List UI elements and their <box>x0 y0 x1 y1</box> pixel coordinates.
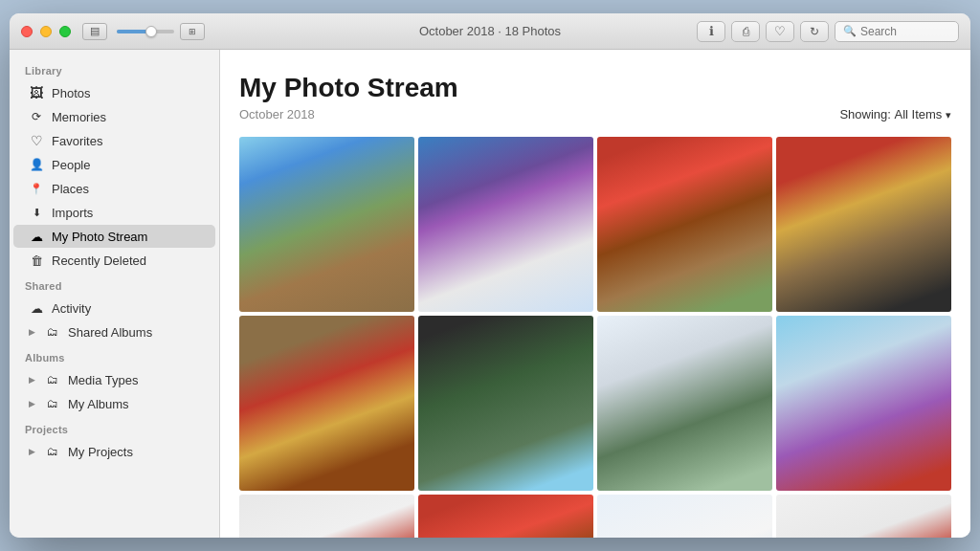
subtitle-row: October 2018 Showing: All Items ▾ <box>239 107 951 121</box>
main-layout: Library 🖼 Photos ⟳ Memories ♡ Favorites … <box>10 50 970 538</box>
window-title: October 2018 · 18 Photos <box>419 24 561 38</box>
search-box[interactable]: 🔍 <box>835 21 959 42</box>
photo-stream-icon: ☁ <box>29 229 44 244</box>
trash-icon: 🗑 <box>29 253 44 268</box>
fit-button[interactable]: ⊞ <box>180 23 205 40</box>
content-date: October 2018 <box>239 107 315 121</box>
my-projects-icon: 🗂 <box>45 444 60 459</box>
photos-icon: 🖼 <box>29 85 44 100</box>
share-icon: ⎙ <box>743 25 749 38</box>
titlebar-right-controls: ℹ ⎙ ♡ ↻ 🔍 <box>697 21 959 42</box>
photo-cell-4[interactable] <box>776 137 951 312</box>
albums-section-label: Albums <box>10 344 219 367</box>
sidebar-toggle-button[interactable]: ▤ <box>82 23 107 40</box>
my-projects-expand-icon: ▶ <box>29 447 35 456</box>
search-icon: 🔍 <box>843 25 857 37</box>
activity-label: Activity <box>52 301 91 316</box>
sidebar: Library 🖼 Photos ⟳ Memories ♡ Favorites … <box>10 50 220 538</box>
shared-albums-label: Shared Albums <box>68 325 152 340</box>
sidebar-item-activity[interactable]: ☁ Activity <box>13 297 215 320</box>
sidebar-item-media-types[interactable]: ▶ 🗂 Media Types <box>13 368 215 391</box>
memories-label: Memories <box>52 110 106 124</box>
photo-cell-1[interactable] <box>239 137 414 312</box>
photo-cell-11[interactable] <box>597 495 772 538</box>
sidebar-icon: ▤ <box>90 25 100 37</box>
expand-arrow-icon: ▶ <box>29 327 35 337</box>
places-label: Places <box>52 182 89 196</box>
people-icon: 👤 <box>29 157 44 172</box>
rotate-button[interactable]: ↻ <box>800 21 829 42</box>
close-button[interactable] <box>21 26 33 37</box>
photo-cell-6[interactable] <box>418 316 593 491</box>
showing-value-text: All Items <box>895 107 943 121</box>
people-label: People <box>52 158 90 172</box>
photo-cell-8[interactable] <box>776 316 951 491</box>
sidebar-item-my-photo-stream[interactable]: ☁ My Photo Stream <box>13 225 215 248</box>
sidebar-item-my-projects[interactable]: ▶ 🗂 My Projects <box>13 440 215 463</box>
sidebar-item-photos[interactable]: 🖼 Photos <box>13 81 215 104</box>
page-title: My Photo Stream <box>239 73 951 103</box>
imports-icon: ⬇ <box>29 205 44 220</box>
shared-section-label: Shared <box>10 273 219 296</box>
zoom-slider[interactable] <box>117 30 174 33</box>
recently-deleted-label: Recently Deleted <box>52 253 146 268</box>
info-button[interactable]: ℹ <box>697 21 725 42</box>
sidebar-item-people[interactable]: 👤 People <box>13 153 215 176</box>
photo-cell-3[interactable] <box>597 137 772 312</box>
chevron-down-icon: ▾ <box>946 109 951 121</box>
projects-section-label: Projects <box>10 416 219 439</box>
title-text: October 2018 · 18 Photos <box>419 24 561 38</box>
photo-cell-12[interactable] <box>776 495 951 538</box>
library-section-label: Library <box>10 57 219 80</box>
titlebar-controls: ▤ ⊞ <box>82 23 205 40</box>
my-projects-label: My Projects <box>68 445 133 459</box>
app-window: ▤ ⊞ October 2018 · 18 Photos ℹ ⎙ <box>10 13 970 538</box>
memories-icon: ⟳ <box>29 109 44 124</box>
content-area: My Photo Stream October 2018 Showing: Al… <box>220 50 970 538</box>
photo-cell-7[interactable] <box>597 316 772 491</box>
fit-icon: ⊞ <box>189 27 196 36</box>
share-button[interactable]: ⎙ <box>731 21 760 42</box>
my-albums-label: My Albums <box>68 397 129 411</box>
shared-albums-icon: 🗂 <box>45 324 60 340</box>
sidebar-item-imports[interactable]: ⬇ Imports <box>13 201 215 224</box>
sidebar-item-my-albums[interactable]: ▶ 🗂 My Albums <box>13 392 215 415</box>
media-types-expand-icon: ▶ <box>29 375 35 385</box>
showing-label: Showing: <box>839 107 890 121</box>
photo-cell-9[interactable] <box>239 495 414 538</box>
sidebar-item-recently-deleted[interactable]: 🗑 Recently Deleted <box>13 249 215 272</box>
favorite-button[interactable]: ♡ <box>766 21 794 42</box>
minimize-button[interactable] <box>40 26 52 37</box>
rotate-icon: ↻ <box>810 25 819 38</box>
photos-label: Photos <box>52 86 90 100</box>
my-albums-expand-icon: ▶ <box>29 399 35 408</box>
favorites-icon: ♡ <box>29 133 44 148</box>
media-types-icon: 🗂 <box>45 372 60 387</box>
sidebar-item-shared-albums[interactable]: ▶ 🗂 Shared Albums <box>13 320 215 343</box>
titlebar: ▤ ⊞ October 2018 · 18 Photos ℹ ⎙ <box>10 13 970 50</box>
sidebar-item-places[interactable]: 📍 Places <box>13 177 215 200</box>
photo-cell-10[interactable] <box>418 495 593 538</box>
imports-label: Imports <box>52 206 93 220</box>
showing-filter[interactable]: Showing: All Items ▾ <box>839 107 951 121</box>
media-types-label: Media Types <box>68 373 138 387</box>
sidebar-item-favorites[interactable]: ♡ Favorites <box>13 129 215 152</box>
photo-cell-5[interactable] <box>239 316 414 491</box>
traffic-lights <box>21 26 71 37</box>
photo-stream-label: My Photo Stream <box>52 230 147 244</box>
info-icon: ℹ <box>709 24 714 38</box>
photo-grid <box>239 137 951 538</box>
maximize-button[interactable] <box>59 26 71 37</box>
places-icon: 📍 <box>29 181 44 196</box>
sidebar-item-memories[interactable]: ⟳ Memories <box>13 105 215 128</box>
heart-icon: ♡ <box>774 24 786 38</box>
my-albums-icon: 🗂 <box>45 396 60 411</box>
photo-cell-2[interactable] <box>418 137 593 312</box>
search-input[interactable] <box>860 25 950 38</box>
favorites-label: Favorites <box>52 134 102 148</box>
activity-icon: ☁ <box>29 300 44 316</box>
